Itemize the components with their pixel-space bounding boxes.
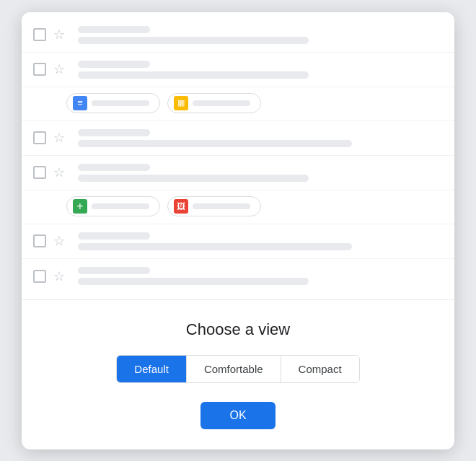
sender-placeholder	[78, 26, 150, 33]
chip-label	[193, 100, 250, 106]
view-options-group: Default Comfortable Compact	[116, 355, 359, 383]
view-option-comfortable[interactable]: Comfortable	[187, 356, 281, 382]
chip-label	[92, 203, 149, 209]
row-checkbox[interactable]	[33, 131, 46, 144]
star-icon[interactable]: ☆	[53, 131, 68, 145]
sender-placeholder	[78, 164, 150, 171]
star-icon[interactable]: ☆	[53, 27, 68, 42]
attachment-row: + 🖼	[22, 190, 454, 224]
image-icon: 🖼	[174, 199, 188, 214]
slides-icon: +	[73, 199, 87, 214]
table-row: ☆	[22, 156, 454, 190]
table-row: ☆	[22, 259, 454, 294]
subject-placeholder	[78, 175, 309, 182]
subject-placeholder	[78, 71, 309, 79]
row-checkbox[interactable]	[33, 234, 46, 247]
table-row: ☆	[22, 121, 454, 156]
star-icon[interactable]: ☆	[53, 165, 68, 180]
attachment-chip[interactable]: ▦	[167, 93, 261, 113]
chip-label	[92, 100, 149, 106]
subject-placeholder	[78, 243, 352, 250]
doc-icon: ≡	[73, 96, 87, 110]
attachment-chip[interactable]: ≡	[66, 93, 160, 113]
sender-placeholder	[78, 129, 150, 136]
subject-placeholder	[78, 278, 309, 285]
attachment-row: ≡ ▦	[22, 87, 454, 121]
ok-button[interactable]: OK	[200, 402, 275, 429]
attachment-chip[interactable]: 🖼	[167, 196, 261, 216]
star-icon[interactable]: ☆	[53, 269, 68, 284]
sheets-icon: ▦	[174, 96, 188, 110]
email-list: ☆ ☆ ≡ ▦	[22, 12, 454, 300]
table-row: ☆	[22, 18, 454, 53]
subject-placeholder	[78, 37, 309, 44]
row-checkbox[interactable]	[33, 270, 46, 283]
star-icon[interactable]: ☆	[53, 62, 68, 76]
chip-label	[193, 203, 250, 209]
view-option-compact[interactable]: Compact	[281, 356, 359, 382]
dialog-title: Choose a view	[39, 320, 437, 339]
row-checkbox[interactable]	[33, 63, 46, 76]
modal-container: ☆ ☆ ≡ ▦	[22, 12, 454, 449]
attachment-chip[interactable]: +	[66, 196, 160, 216]
star-icon[interactable]: ☆	[53, 234, 68, 248]
subject-placeholder	[78, 140, 352, 147]
view-option-default[interactable]: Default	[117, 356, 187, 382]
row-checkbox[interactable]	[33, 166, 46, 179]
row-checkbox[interactable]	[33, 28, 46, 41]
sender-placeholder	[78, 267, 150, 274]
sender-placeholder	[78, 232, 150, 240]
table-row: ☆	[22, 53, 454, 87]
table-row: ☆	[22, 224, 454, 259]
dialog-section: Choose a view Default Comfortable Compac…	[22, 300, 454, 449]
sender-placeholder	[78, 61, 150, 68]
